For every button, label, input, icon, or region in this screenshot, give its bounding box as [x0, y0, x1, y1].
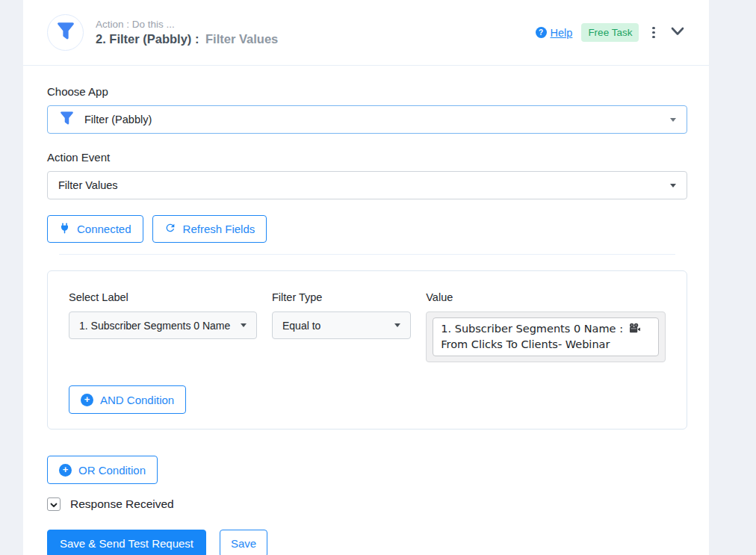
choose-app-label: Choose App — [47, 85, 687, 98]
select-label-column: Select Label 1. Subscriber Segments 0 Na… — [69, 291, 257, 362]
help-link[interactable]: Help — [536, 27, 573, 39]
refresh-arrows-icon — [164, 222, 176, 236]
app-config-section: Choose App Filter (Pabbly) Action Event … — [23, 66, 709, 255]
value-input[interactable]: 1. Subscriber Segments 0 Name : From Cli… — [433, 317, 659, 356]
save-send-test-button[interactable]: Save & Send Test Request — [47, 530, 206, 555]
chevron-down-icon — [670, 26, 685, 40]
app-logo-circle — [47, 14, 84, 51]
action-event-label: Action Event — [47, 151, 687, 164]
action-event-value: Filter Values — [58, 179, 118, 191]
condition-section: Select Label 1. Subscriber Segments 0 Na… — [23, 255, 709, 430]
refresh-fields-button-label: Refresh Fields — [183, 223, 255, 235]
connected-button-label: Connected — [77, 223, 131, 235]
value-field-wrapper: 1. Subscriber Segments 0 Name : From Cli… — [426, 311, 666, 362]
plug-icon — [59, 223, 70, 236]
step-title: 2. Filter (Pabbly) : Filter Values — [96, 32, 536, 46]
response-received-label: Response Received — [70, 497, 174, 511]
response-collapse-toggle[interactable] — [47, 497, 61, 511]
value-token-mapped: From Clicks To Clients- Webinar — [441, 338, 610, 350]
select-label-value: 1. Subscriber Segments 0 Name — [79, 320, 230, 332]
value-heading: Value — [426, 291, 666, 303]
question-circle-icon — [536, 27, 547, 38]
response-received-row: Response Received — [23, 497, 709, 511]
step-subtitle: Action : Do this ... — [96, 19, 536, 30]
filter-funnel-icon — [55, 20, 77, 46]
caret-down-icon — [241, 323, 247, 327]
choose-app-value: Filter (Pabbly) — [84, 114, 152, 125]
step-title-event: Filter Values — [205, 32, 278, 46]
filter-funnel-icon — [58, 110, 75, 129]
plus-circle-icon — [59, 464, 72, 477]
step-titles: Action : Do this ... 2. Filter (Pabbly) … — [96, 19, 536, 46]
refresh-fields-button[interactable]: Refresh Fields — [152, 215, 267, 243]
chevron-down-icon — [50, 497, 58, 511]
movie-camera-icon — [628, 323, 641, 338]
or-condition-button-label: OR Condition — [78, 464, 146, 477]
action-step-card: Action : Do this ... 2. Filter (Pabbly) … — [23, 0, 709, 555]
caret-down-icon — [670, 118, 676, 122]
choose-app-select[interactable]: Filter (Pabbly) — [47, 105, 687, 134]
filter-type-value: Equal to — [282, 320, 320, 332]
save-button[interactable]: Save — [220, 530, 267, 555]
condition-row: Select Label 1. Subscriber Segments 0 Na… — [69, 291, 666, 362]
filter-type-heading: Filter Type — [272, 291, 411, 303]
value-column: Value 1. Subscriber Segments 0 Name : — [426, 291, 666, 362]
condition-group-box: Select Label 1. Subscriber Segments 0 Na… — [47, 270, 687, 430]
and-condition-button[interactable]: AND Condition — [69, 385, 186, 414]
select-label-heading: Select Label — [69, 291, 257, 303]
kebab-menu-icon[interactable] — [648, 24, 660, 42]
connected-button[interactable]: Connected — [47, 215, 143, 243]
or-condition-row: OR Condition — [23, 430, 709, 484]
step-header: Action : Do this ... 2. Filter (Pabbly) … — [23, 0, 709, 66]
connection-buttons-row: Connected Refresh Fields — [47, 215, 687, 243]
plus-circle-icon — [81, 394, 93, 406]
value-token-text: 1. Subscriber Segments 0 Name : — [441, 323, 626, 335]
caret-down-icon — [394, 323, 400, 327]
and-condition-button-label: AND Condition — [100, 394, 174, 406]
help-link-label: Help — [551, 27, 573, 39]
select-label-dropdown[interactable]: 1. Subscriber Segments 0 Name — [69, 311, 257, 339]
header-actions: Help Free Task — [536, 23, 687, 42]
caret-down-icon — [670, 184, 676, 187]
collapse-step-button[interactable] — [669, 25, 687, 41]
action-event-select[interactable]: Filter Values — [47, 171, 687, 199]
filter-type-dropdown[interactable]: Equal to — [272, 311, 411, 339]
filter-type-column: Filter Type Equal to — [272, 291, 411, 362]
step-title-name: 2. Filter (Pabbly) : — [96, 32, 199, 46]
free-task-badge: Free Task — [581, 23, 639, 42]
or-condition-button[interactable]: OR Condition — [47, 456, 158, 484]
save-buttons-row: Save & Send Test Request Save — [23, 530, 709, 555]
